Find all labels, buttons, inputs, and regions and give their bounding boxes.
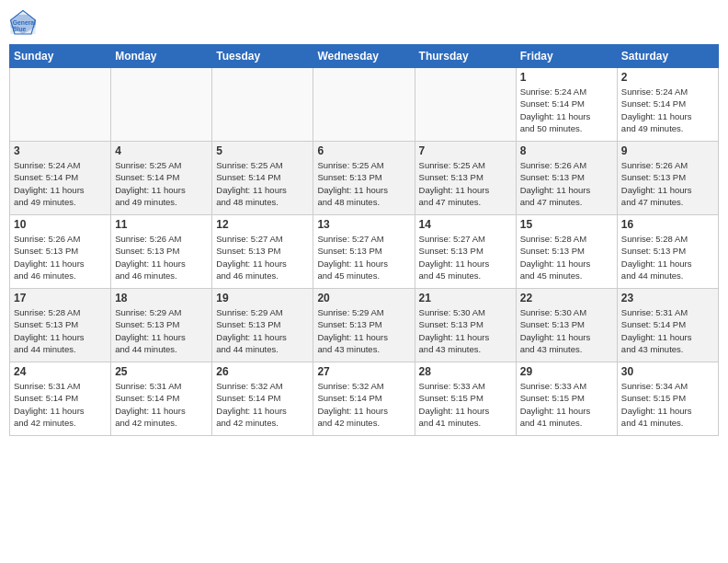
day-info: Sunrise: 5:32 AM Sunset: 5:14 PM Dayligh… xyxy=(317,380,410,429)
day-info: Sunrise: 5:28 AM Sunset: 5:13 PM Dayligh… xyxy=(621,233,714,282)
calendar-cell: 21Sunrise: 5:30 AM Sunset: 5:13 PM Dayli… xyxy=(415,289,516,362)
day-info: Sunrise: 5:33 AM Sunset: 5:15 PM Dayligh… xyxy=(419,380,512,429)
day-info: Sunrise: 5:34 AM Sunset: 5:15 PM Dayligh… xyxy=(621,380,714,429)
day-number: 6 xyxy=(317,144,410,157)
calendar-cell: 4Sunrise: 5:25 AM Sunset: 5:14 PM Daylig… xyxy=(111,142,212,215)
day-info: Sunrise: 5:27 AM Sunset: 5:13 PM Dayligh… xyxy=(216,233,309,282)
calendar-week-row: 17Sunrise: 5:28 AM Sunset: 5:13 PM Dayli… xyxy=(10,289,719,362)
day-info: Sunrise: 5:26 AM Sunset: 5:13 PM Dayligh… xyxy=(14,233,107,282)
day-info: Sunrise: 5:31 AM Sunset: 5:14 PM Dayligh… xyxy=(14,380,107,429)
calendar-cell: 30Sunrise: 5:34 AM Sunset: 5:15 PM Dayli… xyxy=(617,362,718,436)
calendar-cell xyxy=(10,68,111,142)
day-number: 7 xyxy=(419,144,512,157)
svg-text:Blue: Blue xyxy=(13,26,27,32)
calendar-week-row: 24Sunrise: 5:31 AM Sunset: 5:14 PM Dayli… xyxy=(10,362,719,436)
calendar-cell: 26Sunrise: 5:32 AM Sunset: 5:14 PM Dayli… xyxy=(212,362,313,436)
day-info: Sunrise: 5:27 AM Sunset: 5:13 PM Dayligh… xyxy=(419,233,512,282)
day-info: Sunrise: 5:24 AM Sunset: 5:14 PM Dayligh… xyxy=(14,159,107,208)
day-number: 15 xyxy=(520,218,613,231)
logo-icon: General Blue xyxy=(9,9,37,37)
calendar-cell xyxy=(313,68,415,142)
day-number: 23 xyxy=(621,292,714,304)
calendar-cell xyxy=(415,68,516,142)
day-number: 14 xyxy=(419,218,512,231)
calendar-cell: 14Sunrise: 5:27 AM Sunset: 5:13 PM Dayli… xyxy=(415,215,516,289)
calendar-cell: 13Sunrise: 5:27 AM Sunset: 5:13 PM Dayli… xyxy=(313,215,415,289)
calendar-cell: 17Sunrise: 5:28 AM Sunset: 5:13 PM Dayli… xyxy=(10,289,111,362)
day-info: Sunrise: 5:30 AM Sunset: 5:13 PM Dayligh… xyxy=(520,306,613,355)
day-number: 11 xyxy=(115,218,208,231)
calendar-week-row: 3Sunrise: 5:24 AM Sunset: 5:14 PM Daylig… xyxy=(10,142,719,215)
day-number: 8 xyxy=(520,144,613,157)
weekday-header-thursday: Thursday xyxy=(415,45,516,68)
day-number: 28 xyxy=(419,365,512,378)
day-number: 13 xyxy=(317,218,410,231)
calendar-cell: 16Sunrise: 5:28 AM Sunset: 5:13 PM Dayli… xyxy=(617,215,718,289)
calendar-cell: 25Sunrise: 5:31 AM Sunset: 5:14 PM Dayli… xyxy=(111,362,212,436)
day-info: Sunrise: 5:26 AM Sunset: 5:13 PM Dayligh… xyxy=(621,159,714,208)
calendar-cell: 18Sunrise: 5:29 AM Sunset: 5:13 PM Dayli… xyxy=(111,289,212,362)
day-number: 29 xyxy=(520,365,613,378)
day-number: 22 xyxy=(520,292,613,304)
calendar-cell: 8Sunrise: 5:26 AM Sunset: 5:13 PM Daylig… xyxy=(516,142,617,215)
calendar-cell: 23Sunrise: 5:31 AM Sunset: 5:14 PM Dayli… xyxy=(617,289,718,362)
day-number: 9 xyxy=(621,144,714,157)
day-info: Sunrise: 5:33 AM Sunset: 5:15 PM Dayligh… xyxy=(520,380,613,429)
weekday-header-saturday: Saturday xyxy=(617,45,718,68)
day-number: 2 xyxy=(621,71,714,84)
calendar-cell: 19Sunrise: 5:29 AM Sunset: 5:13 PM Dayli… xyxy=(212,289,313,362)
calendar-cell: 7Sunrise: 5:25 AM Sunset: 5:13 PM Daylig… xyxy=(415,142,516,215)
calendar-cell: 6Sunrise: 5:25 AM Sunset: 5:13 PM Daylig… xyxy=(313,142,415,215)
day-number: 17 xyxy=(14,292,107,304)
day-info: Sunrise: 5:25 AM Sunset: 5:13 PM Dayligh… xyxy=(317,159,410,208)
weekday-header-wednesday: Wednesday xyxy=(313,45,415,68)
logo: General Blue xyxy=(9,9,40,37)
calendar-cell: 12Sunrise: 5:27 AM Sunset: 5:13 PM Dayli… xyxy=(212,215,313,289)
calendar-cell: 22Sunrise: 5:30 AM Sunset: 5:13 PM Dayli… xyxy=(516,289,617,362)
weekday-header-row: SundayMondayTuesdayWednesdayThursdayFrid… xyxy=(10,45,719,68)
calendar-table: SundayMondayTuesdayWednesdayThursdayFrid… xyxy=(9,44,719,436)
calendar-cell: 2Sunrise: 5:24 AM Sunset: 5:14 PM Daylig… xyxy=(617,68,718,142)
calendar-cell: 28Sunrise: 5:33 AM Sunset: 5:15 PM Dayli… xyxy=(415,362,516,436)
day-number: 20 xyxy=(317,292,410,304)
day-number: 10 xyxy=(14,218,107,231)
calendar-cell: 1Sunrise: 5:24 AM Sunset: 5:14 PM Daylig… xyxy=(516,68,617,142)
weekday-header-sunday: Sunday xyxy=(10,45,111,68)
header: General Blue xyxy=(9,9,719,37)
day-info: Sunrise: 5:31 AM Sunset: 5:14 PM Dayligh… xyxy=(621,306,714,355)
calendar-week-row: 10Sunrise: 5:26 AM Sunset: 5:13 PM Dayli… xyxy=(10,215,719,289)
day-number: 12 xyxy=(216,218,309,231)
calendar-cell: 20Sunrise: 5:29 AM Sunset: 5:13 PM Dayli… xyxy=(313,289,415,362)
day-info: Sunrise: 5:29 AM Sunset: 5:13 PM Dayligh… xyxy=(216,306,309,355)
day-info: Sunrise: 5:26 AM Sunset: 5:13 PM Dayligh… xyxy=(520,159,613,208)
svg-text:General: General xyxy=(13,19,36,26)
calendar-cell: 3Sunrise: 5:24 AM Sunset: 5:14 PM Daylig… xyxy=(10,142,111,215)
day-info: Sunrise: 5:25 AM Sunset: 5:14 PM Dayligh… xyxy=(216,159,309,208)
day-info: Sunrise: 5:26 AM Sunset: 5:13 PM Dayligh… xyxy=(115,233,208,282)
day-number: 19 xyxy=(216,292,309,304)
calendar-cell: 24Sunrise: 5:31 AM Sunset: 5:14 PM Dayli… xyxy=(10,362,111,436)
day-info: Sunrise: 5:30 AM Sunset: 5:13 PM Dayligh… xyxy=(419,306,512,355)
calendar-cell: 9Sunrise: 5:26 AM Sunset: 5:13 PM Daylig… xyxy=(617,142,718,215)
calendar-cell: 11Sunrise: 5:26 AM Sunset: 5:13 PM Dayli… xyxy=(111,215,212,289)
day-info: Sunrise: 5:27 AM Sunset: 5:13 PM Dayligh… xyxy=(317,233,410,282)
weekday-header-tuesday: Tuesday xyxy=(212,45,313,68)
day-info: Sunrise: 5:25 AM Sunset: 5:14 PM Dayligh… xyxy=(115,159,208,208)
day-number: 30 xyxy=(621,365,714,378)
day-number: 5 xyxy=(216,144,309,157)
calendar-cell: 5Sunrise: 5:25 AM Sunset: 5:14 PM Daylig… xyxy=(212,142,313,215)
day-number: 3 xyxy=(14,144,107,157)
day-info: Sunrise: 5:29 AM Sunset: 5:13 PM Dayligh… xyxy=(115,306,208,355)
day-number: 4 xyxy=(115,144,208,157)
weekday-header-monday: Monday xyxy=(111,45,212,68)
calendar-cell xyxy=(212,68,313,142)
day-info: Sunrise: 5:28 AM Sunset: 5:13 PM Dayligh… xyxy=(14,306,107,355)
day-info: Sunrise: 5:24 AM Sunset: 5:14 PM Dayligh… xyxy=(520,86,613,134)
day-info: Sunrise: 5:24 AM Sunset: 5:14 PM Dayligh… xyxy=(621,86,714,134)
day-info: Sunrise: 5:28 AM Sunset: 5:13 PM Dayligh… xyxy=(520,233,613,282)
calendar-cell: 10Sunrise: 5:26 AM Sunset: 5:13 PM Dayli… xyxy=(10,215,111,289)
day-number: 24 xyxy=(14,365,107,378)
day-number: 16 xyxy=(621,218,714,231)
day-number: 26 xyxy=(216,365,309,378)
calendar-cell: 29Sunrise: 5:33 AM Sunset: 5:15 PM Dayli… xyxy=(516,362,617,436)
